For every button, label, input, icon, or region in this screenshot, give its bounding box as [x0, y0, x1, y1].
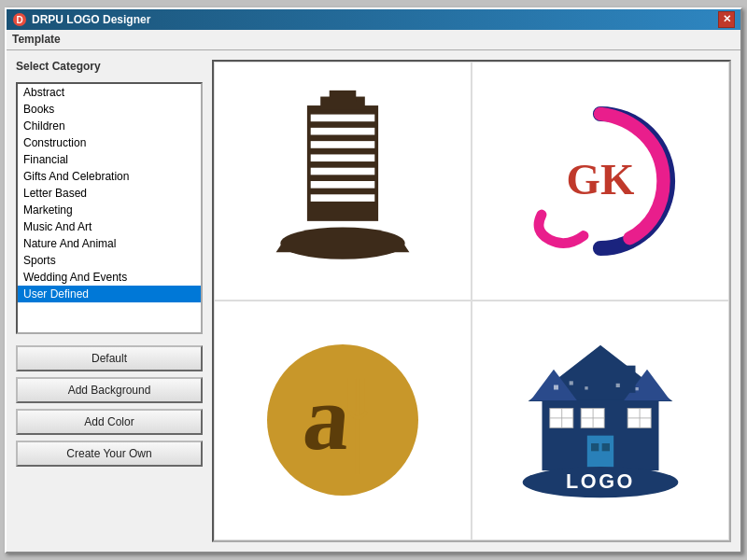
- dialog-title-bar: Template: [7, 30, 740, 50]
- svg-rect-43: [616, 384, 620, 387]
- svg-text:GK: GK: [567, 154, 635, 203]
- category-sports[interactable]: Sports: [18, 252, 201, 269]
- category-construction[interactable]: Construction: [18, 134, 201, 151]
- svg-text:D: D: [16, 15, 22, 25]
- category-userdefined[interactable]: User Defined: [18, 286, 201, 302]
- svg-rect-27: [550, 418, 573, 419]
- svg-rect-41: [570, 382, 573, 385]
- food-logo-svg: a: [259, 327, 427, 513]
- category-books[interactable]: Books: [18, 101, 201, 118]
- svg-rect-37: [624, 366, 636, 393]
- category-music[interactable]: Music And Art: [18, 218, 201, 235]
- svg-rect-9: [311, 194, 375, 202]
- category-children[interactable]: Children: [18, 118, 201, 134]
- svg-text:a: a: [300, 368, 355, 469]
- svg-rect-34: [587, 436, 613, 471]
- logo-cell-gk[interactable]: GK: [472, 62, 729, 301]
- category-financial[interactable]: Financial: [18, 151, 201, 168]
- app-title: DRPU LOGO Designer: [32, 13, 150, 26]
- svg-rect-36: [602, 443, 610, 451]
- add-color-button[interactable]: Add Color: [16, 409, 203, 435]
- gk-logo-svg: GK: [516, 88, 684, 274]
- svg-rect-33: [627, 418, 651, 419]
- logo-cell-food[interactable]: a: [214, 301, 472, 540]
- title-bar-left: D DRPU LOGO Designer: [12, 12, 150, 27]
- svg-rect-2: [307, 105, 378, 221]
- category-marketing[interactable]: Marketing: [18, 202, 201, 218]
- category-wedding[interactable]: Wedding And Events: [18, 269, 201, 286]
- svg-rect-5: [311, 141, 375, 148]
- svg-rect-4: [311, 128, 375, 135]
- svg-marker-11: [276, 239, 410, 252]
- category-list[interactable]: Abstract Books Children Construction Fin…: [16, 82, 203, 334]
- category-label: Select Category: [16, 60, 203, 73]
- svg-rect-30: [581, 418, 604, 419]
- logo-cell-house[interactable]: LOGO: [472, 301, 729, 540]
- add-background-button[interactable]: Add Background: [16, 377, 203, 403]
- logo-grid: GK a: [212, 60, 731, 542]
- svg-rect-13: [330, 91, 357, 101]
- action-buttons: Default Add Background Add Color Create …: [16, 345, 203, 467]
- svg-rect-8: [311, 181, 375, 189]
- svg-text:LOGO: LOGO: [566, 469, 635, 493]
- main-window: D DRPU LOGO Designer ✕ Template Select C…: [5, 7, 742, 553]
- app-title-bar: D DRPU LOGO Designer ✕: [7, 9, 740, 30]
- category-nature[interactable]: Nature And Animal: [18, 235, 201, 252]
- svg-rect-3: [311, 114, 375, 121]
- main-content: Select Category Abstract Books Children …: [7, 50, 740, 552]
- category-abstract[interactable]: Abstract: [18, 84, 201, 101]
- svg-rect-40: [554, 385, 558, 390]
- app-close-button[interactable]: ✕: [718, 11, 735, 28]
- logo-cell-building[interactable]: [214, 62, 472, 301]
- dialog-title: Template: [12, 33, 61, 46]
- building-logo-svg: [268, 88, 417, 274]
- house-logo-svg: LOGO: [507, 327, 694, 513]
- create-your-own-button[interactable]: Create Your Own: [16, 441, 203, 467]
- svg-rect-6: [311, 154, 375, 161]
- svg-rect-35: [591, 443, 599, 451]
- left-panel: Select Category Abstract Books Children …: [16, 60, 203, 542]
- svg-rect-7: [311, 167, 375, 175]
- category-gifts[interactable]: Gifts And Celebration: [18, 168, 201, 185]
- app-icon: D: [12, 12, 27, 27]
- category-letter[interactable]: Letter Based: [18, 185, 201, 202]
- svg-rect-42: [585, 386, 587, 389]
- svg-rect-44: [636, 387, 639, 390]
- default-button[interactable]: Default: [16, 345, 203, 371]
